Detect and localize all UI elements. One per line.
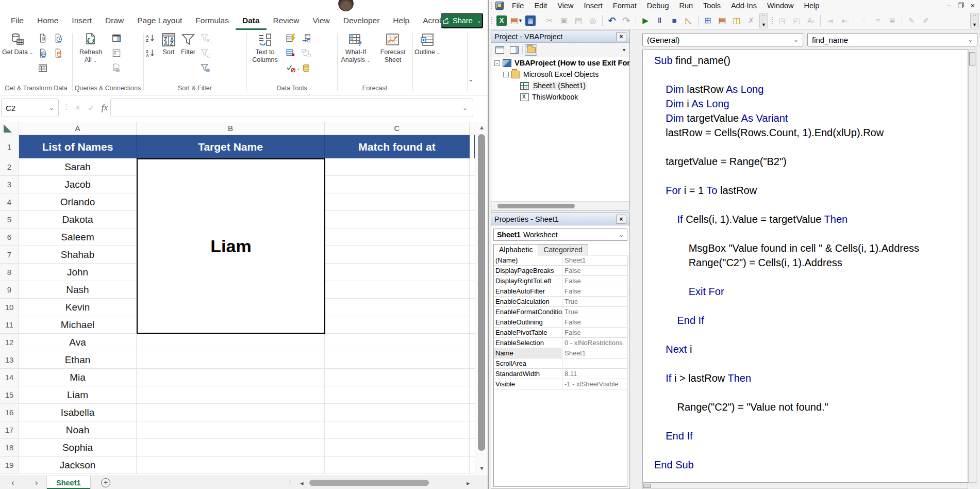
property-value[interactable]: False [562, 317, 627, 327]
view-code-button[interactable] [493, 44, 506, 56]
match-cell[interactable] [325, 176, 470, 193]
cancel-entry-icon[interactable]: × [71, 99, 85, 117]
match-cell[interactable] [325, 299, 470, 316]
code-vertical-scrollbar[interactable] [968, 50, 976, 483]
tree-expander-icon[interactable]: - [503, 72, 509, 77]
column-header-c[interactable]: C [325, 122, 470, 135]
target-cell[interactable] [137, 457, 325, 474]
what-if-analysis-button[interactable]: ?What-If Analysis⌄ [339, 31, 372, 64]
forecast-sheet-button[interactable]: Forecast Sheet [376, 31, 409, 64]
match-cell[interactable] [325, 334, 470, 351]
name-cell[interactable]: Sarah [19, 158, 137, 175]
next-sheet-icon[interactable]: › [35, 476, 38, 489]
sort-button[interactable]: ZAAZSort [161, 31, 176, 56]
match-cell[interactable] [325, 404, 470, 421]
object-selector[interactable]: Sheet1 Worksheet ⌄ [493, 229, 627, 241]
existing-connections-button[interactable] [53, 48, 64, 58]
match-cell[interactable] [325, 386, 470, 403]
merged-target-cell[interactable]: Liam [137, 158, 325, 334]
toolbox-icon[interactable]: ✗ [744, 14, 758, 27]
formula-bar-input[interactable]: ⌄ [110, 99, 473, 117]
name-cell[interactable]: Sophia [19, 439, 137, 456]
header-cell-2[interactable]: Match found at [325, 135, 470, 158]
insert-function-icon[interactable]: fx [98, 99, 111, 117]
toolbar-drag-handle[interactable] [491, 17, 493, 25]
property-row[interactable]: EnableFormatConditionTrue [494, 307, 627, 317]
confirm-entry-icon[interactable]: ✓ [85, 99, 98, 117]
match-cell[interactable] [325, 158, 470, 175]
sort-za-button[interactable]: ZA [145, 48, 157, 58]
row-number-5[interactable]: 5 [0, 211, 19, 228]
name-cell[interactable]: Ethan [19, 351, 137, 368]
indent-icon[interactable]: ⇥ [823, 14, 837, 27]
cut-icon[interactable]: ✂ [543, 14, 556, 27]
insert-object-icon[interactable]: ▤▼ [509, 14, 523, 27]
prev-sheet-icon[interactable]: ‹ [11, 476, 14, 489]
name-box[interactable]: C2 ⌄ [1, 99, 59, 117]
relationships-button[interactable] [301, 48, 312, 58]
object-dropdown[interactable]: (General) ⌄ [642, 33, 803, 46]
comment-block-icon[interactable]: ◌ [857, 14, 870, 27]
vba-menu-debug[interactable]: Debug [642, 0, 674, 11]
name-cell[interactable]: Isabella [19, 404, 137, 421]
run-icon[interactable]: ▶ [639, 14, 652, 27]
menubar-drag-handle[interactable] [491, 2, 493, 10]
refresh-all-button[interactable]: Refresh All⌄ [74, 31, 107, 64]
project-tree-item[interactable]: -Microsoft Excel Objects [491, 69, 629, 80]
advanced-filter-button[interactable] [200, 63, 211, 73]
project-tree-item[interactable]: -VBAProject (How to use Exit For k [491, 57, 629, 69]
user-avatar[interactable] [338, 0, 354, 11]
ribbon-tab-insert[interactable]: Insert [65, 11, 98, 30]
row-number-13[interactable]: 13 [0, 351, 19, 368]
property-value[interactable]: False [562, 286, 627, 296]
edit-toolbar-drag-handle[interactable] [771, 17, 773, 25]
break-icon[interactable]: ‖ [653, 14, 667, 27]
ribbon-tab-page-layout[interactable]: Page Layout [130, 11, 189, 30]
row-number-9[interactable]: 9 [0, 281, 19, 298]
property-value[interactable]: False [562, 266, 627, 275]
match-cell[interactable] [325, 246, 470, 263]
scroll-up-icon[interactable]: ▴ [475, 123, 488, 131]
name-cell[interactable]: Shahab [19, 246, 137, 263]
formula-bar-handle-icon[interactable]: ⋮ [62, 102, 70, 111]
project-panel-titlebar[interactable]: Project - VBAProject × [491, 30, 629, 43]
text-to-columns-button[interactable]: Text to Columns [248, 31, 281, 64]
consolidate-button[interactable] [301, 33, 312, 43]
property-value[interactable]: 8.11 [562, 369, 627, 379]
column-header-a[interactable]: A [19, 122, 137, 135]
name-cell[interactable]: Dakota [19, 211, 137, 228]
bookmark-icon[interactable]: ≣ [886, 14, 899, 27]
collapse-ribbon-icon[interactable]: ⌄ [468, 75, 474, 83]
row-number-11[interactable]: 11 [0, 316, 19, 333]
add-sheet-button[interactable]: + [101, 478, 110, 487]
code-split-handle[interactable] [643, 484, 651, 488]
property-row[interactable]: ScrollArea [494, 358, 627, 369]
ribbon-tab-review[interactable]: Review [267, 11, 306, 30]
tabbar-splitter-icon[interactable]: ⋮ [287, 479, 293, 486]
ribbon-tab-data[interactable]: Data [236, 11, 267, 30]
project-tree-item[interactable]: Sheet1 (Sheet1) [491, 80, 629, 91]
manage-data-model-button[interactable] [301, 63, 312, 73]
share-button[interactable]: Share ⌄ [441, 13, 483, 28]
match-cell[interactable] [325, 439, 470, 456]
vba-menu-window[interactable]: Window [762, 0, 799, 11]
match-cell[interactable] [325, 211, 470, 228]
save-icon[interactable]: ▦ [524, 14, 537, 27]
from-table-range-button[interactable] [38, 63, 49, 73]
filter-button[interactable]: Filter [180, 31, 196, 56]
ribbon-tab-view[interactable]: View [306, 11, 336, 30]
row-number-6[interactable]: 6 [0, 229, 19, 246]
remove-duplicates-button[interactable] [286, 48, 297, 58]
code-editor[interactable]: Sub find_name() Dim lastRow As Long Dim … [642, 50, 968, 483]
vertical-scrollbar-thumb[interactable] [478, 134, 485, 451]
list-properties-icon[interactable]: ◳ [775, 14, 789, 27]
clear-bookmarks-icon[interactable]: ✐ [919, 14, 933, 27]
clear-filter-button[interactable] [200, 33, 211, 43]
project-explorer-icon[interactable]: ⊞ [701, 14, 715, 27]
property-value[interactable]: -1 - xlSheetVisible [562, 379, 627, 389]
match-cell[interactable] [325, 457, 470, 474]
view-object-button[interactable] [508, 44, 520, 56]
property-row[interactable]: EnableOutliningFalse [494, 317, 627, 328]
property-value[interactable]: True [562, 297, 627, 306]
row-number-15[interactable]: 15 [0, 386, 19, 403]
